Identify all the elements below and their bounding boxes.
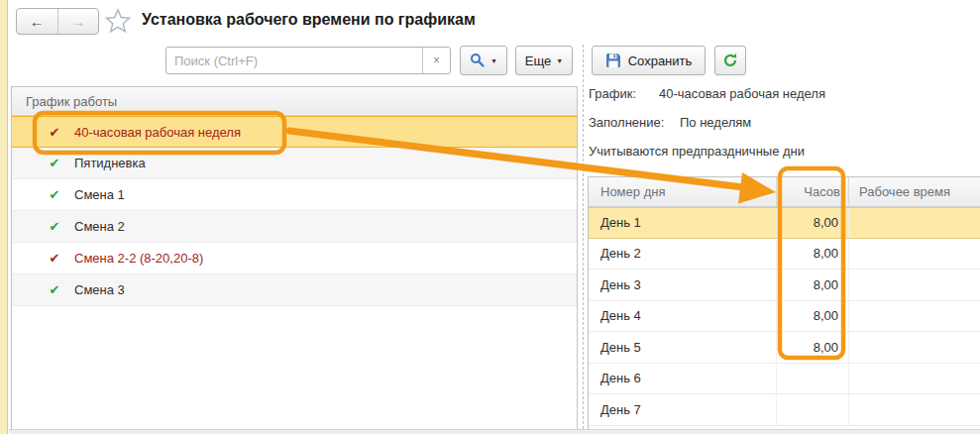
- column-header-work-time[interactable]: Рабочее время: [848, 177, 980, 206]
- schedule-table: График работы ✔ 40-часовая рабочая недел…: [11, 86, 578, 434]
- schedule-list-item[interactable]: ✔ 40-часовая рабочая неделя: [12, 116, 577, 148]
- schedule-label: Пятидневка: [74, 156, 146, 170]
- window-bottom-edge: [9, 429, 980, 434]
- detail-field: Заполнение: По неделям: [589, 108, 977, 137]
- schedule-label: Смена 2-2 (8-20,20-8): [74, 251, 203, 266]
- hours-cell[interactable]: 8,00: [776, 239, 848, 270]
- more-actions-label: Еще: [525, 54, 551, 68]
- day-table: Номер дня Часов Рабочее время День 1 8,0…: [588, 176, 980, 434]
- work-time-cell[interactable]: [848, 301, 980, 332]
- schedule-list-item[interactable]: ✔ Пятидневка: [12, 148, 577, 179]
- refresh-button[interactable]: [714, 46, 746, 75]
- check-mark-icon: ✔: [47, 219, 62, 234]
- schedule-column-header[interactable]: График работы: [12, 87, 577, 116]
- forward-button[interactable]: →: [58, 9, 99, 34]
- day-table-row[interactable]: День 6: [589, 364, 980, 395]
- more-actions-button[interactable]: Еще ▼: [515, 46, 573, 75]
- check-mark-icon: ✔: [47, 282, 62, 297]
- work-time-cell[interactable]: [848, 364, 980, 394]
- hours-cell[interactable]: 8,00: [776, 270, 848, 300]
- schedule-list-body: ✔ 40-часовая рабочая неделя ✔ Пятидневка…: [12, 116, 577, 306]
- field-value: 40-часовая рабочая неделя: [659, 86, 825, 101]
- detail-field: График: 40-часовая рабочая неделя: [589, 79, 977, 108]
- schedule-label: Смена 2: [74, 219, 125, 234]
- day-table-row[interactable]: День 5 8,00: [589, 332, 980, 364]
- column-header-hours[interactable]: Часов: [776, 177, 848, 206]
- schedule-list-item[interactable]: ✔ Смена 1: [12, 179, 577, 211]
- save-button[interactable]: Сохранить: [592, 46, 706, 75]
- schedule-details: График: 40-часовая рабочая неделя Заполн…: [589, 79, 977, 165]
- field-label: Заполнение:: [589, 115, 680, 130]
- hours-cell[interactable]: [776, 394, 848, 425]
- work-time-cell[interactable]: [848, 332, 980, 363]
- schedule-list-item[interactable]: ✔ Смена 3: [12, 274, 577, 306]
- column-header-day-number[interactable]: Номер дня: [589, 177, 776, 206]
- favorite-star-icon[interactable]: [104, 7, 132, 35]
- day-table-header: Номер дня Часов Рабочее время: [589, 177, 980, 207]
- history-nav-group: ← →: [16, 8, 99, 35]
- preholiday-note: Учитываются предпраздничные дни: [589, 137, 977, 165]
- hours-cell[interactable]: [776, 364, 848, 394]
- search-input[interactable]: [166, 48, 422, 73]
- day-cell[interactable]: День 2: [589, 239, 776, 270]
- refresh-icon: [722, 53, 738, 68]
- search-button[interactable]: ▼: [460, 46, 507, 75]
- check-mark-icon: ✔: [47, 187, 62, 202]
- chevron-down-icon: ▼: [490, 57, 497, 64]
- save-button-label: Сохранить: [628, 54, 693, 68]
- work-time-cell[interactable]: [848, 239, 980, 270]
- day-cell[interactable]: День 3: [589, 270, 776, 300]
- search-box: ×: [165, 47, 451, 74]
- field-value: По неделям: [680, 115, 751, 130]
- schedule-list-item[interactable]: ✔ Смена 2: [12, 211, 577, 243]
- hours-cell[interactable]: 8,00: [776, 208, 848, 238]
- page-title: Установка рабочего времени по графикам: [142, 11, 476, 29]
- back-button[interactable]: ←: [17, 9, 58, 34]
- check-mark-icon: ✔: [47, 125, 62, 140]
- day-cell[interactable]: День 5: [589, 332, 776, 363]
- chevron-down-icon: ▼: [556, 57, 563, 64]
- field-label: График:: [589, 86, 659, 101]
- day-table-row[interactable]: День 2 8,00: [589, 239, 980, 271]
- schedule-label: Смена 1: [74, 187, 125, 202]
- hours-cell[interactable]: 8,00: [776, 332, 848, 363]
- day-table-row[interactable]: День 4 8,00: [589, 301, 980, 333]
- day-table-body: День 1 8,00 День 2 8,00 День 3 8,00 День…: [589, 207, 980, 426]
- day-table-row[interactable]: День 7: [589, 394, 980, 426]
- hours-cell[interactable]: 8,00: [776, 301, 848, 332]
- day-cell[interactable]: День 4: [589, 301, 776, 332]
- schedule-list-item[interactable]: ✔ Смена 2-2 (8-20,20-8): [12, 243, 577, 274]
- work-time-cell[interactable]: [848, 208, 980, 238]
- day-table-row[interactable]: День 1 8,00: [589, 207, 980, 239]
- day-cell[interactable]: День 1: [589, 208, 776, 238]
- work-time-cell[interactable]: [848, 394, 980, 425]
- search-clear-button[interactable]: ×: [422, 48, 450, 73]
- magnifier-icon: [470, 53, 486, 68]
- day-table-row[interactable]: День 3 8,00: [589, 270, 980, 301]
- window-edge-strip: [0, 0, 8, 434]
- day-cell[interactable]: День 6: [589, 364, 776, 394]
- schedule-label: Смена 3: [74, 282, 125, 297]
- save-floppy-icon: [605, 53, 621, 68]
- work-time-cell[interactable]: [848, 270, 980, 300]
- check-mark-icon: ✔: [47, 156, 62, 170]
- schedule-label: 40-часовая рабочая неделя: [74, 125, 241, 140]
- app-window: ← → Установка рабочего времени по график…: [0, 0, 980, 434]
- check-mark-icon: ✔: [47, 251, 62, 266]
- day-cell[interactable]: День 7: [589, 394, 776, 425]
- pane-splitter[interactable]: [583, 45, 584, 434]
